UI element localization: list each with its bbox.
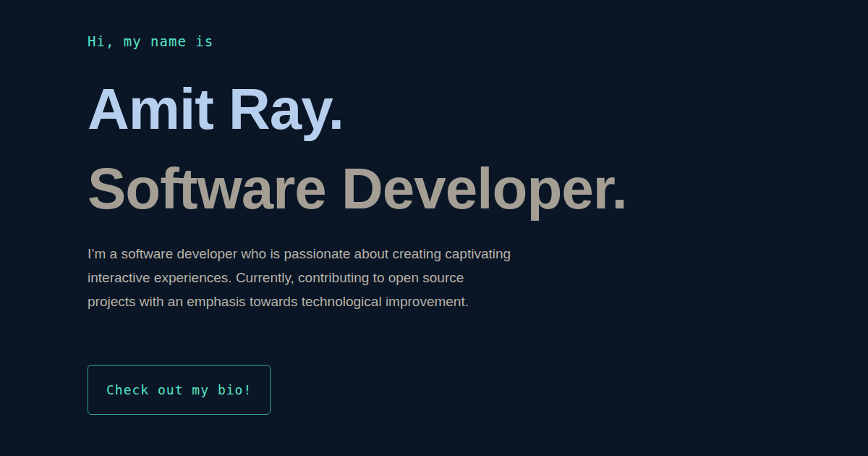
bio-line-2: interactive experiences. Currently, cont…	[88, 266, 868, 290]
page-title: Amit Ray. Software Developer.	[88, 69, 868, 229]
bio-paragraph: I’m a software developer who is passiona…	[88, 242, 868, 313]
bio-line-1: I’m a software developer who is passiona…	[88, 242, 868, 266]
hero-section: Hi, my name is Amit Ray. Software Develo…	[0, 0, 868, 415]
bio-line-3: projects with an emphasis towards techno…	[88, 290, 868, 313]
check-bio-button[interactable]: Check out my bio!	[88, 365, 271, 415]
name-heading: Amit Ray.	[88, 69, 868, 149]
greeting-text: Hi, my name is	[88, 33, 868, 49]
role-heading: Software Developer.	[88, 149, 868, 229]
